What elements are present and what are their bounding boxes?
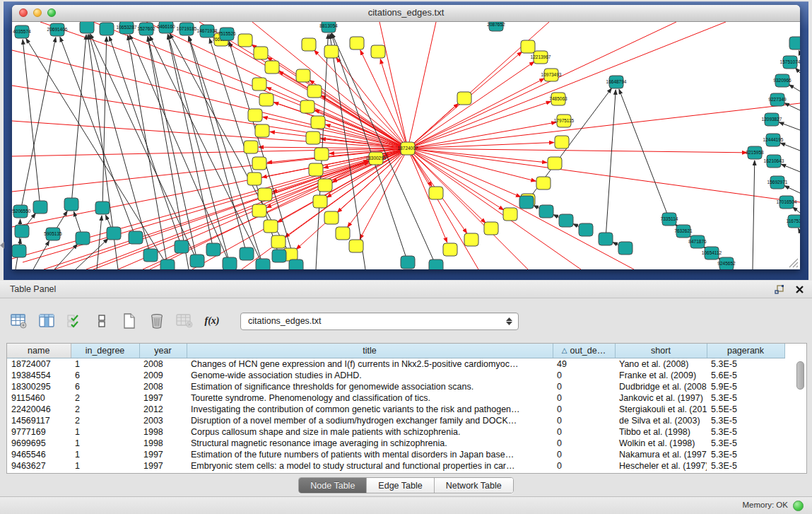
graph-node[interactable]: 12444195 xyxy=(763,134,784,146)
table-cell[interactable]: 5.3E-5 xyxy=(707,438,784,449)
table-cell[interactable]: 2008 xyxy=(139,381,187,392)
table-cell[interactable]: 18724007 xyxy=(7,358,71,370)
graph-node[interactable] xyxy=(324,45,339,58)
table-cell[interactable]: 5.3E-5 xyxy=(707,460,784,472)
graph-node[interactable]: 17016504 xyxy=(777,196,797,209)
graph-node[interactable] xyxy=(129,231,143,244)
graph-node[interactable] xyxy=(95,201,110,214)
table-cell[interactable]: 0 xyxy=(553,392,615,404)
graph-node[interactable] xyxy=(143,249,158,262)
graph-node[interactable]: 12093827 xyxy=(762,113,782,126)
table-row[interactable]: 946362711997Embryonic stem cells: a mode… xyxy=(7,460,784,472)
graph-node[interactable] xyxy=(306,132,320,144)
graph-node[interactable] xyxy=(15,225,29,238)
graph-node[interactable]: 20691406 xyxy=(47,23,68,36)
table-row[interactable]: 1938455462009Genome-wide association stu… xyxy=(7,370,784,381)
window-resize-grip[interactable] xyxy=(787,257,799,268)
graph-node[interactable] xyxy=(503,208,517,221)
table-cell[interactable]: Franke et al. (2009) xyxy=(615,370,707,381)
graph-node[interactable] xyxy=(311,116,325,129)
graph-node[interactable] xyxy=(618,242,632,255)
table-cell[interactable]: 0 xyxy=(553,438,615,449)
graph-node[interactable]: 8813054 xyxy=(319,22,338,33)
column-header-pagerank[interactable]: pagerank xyxy=(707,344,784,358)
table-cell[interactable]: Nakamura et al. (1997) xyxy=(615,449,707,460)
graph-node[interactable] xyxy=(350,37,364,49)
graph-node[interactable] xyxy=(429,259,443,269)
graph-node[interactable]: 8215958 xyxy=(746,146,764,159)
close-panel-icon[interactable] xyxy=(794,284,805,295)
graph-node[interactable] xyxy=(271,235,286,248)
graph-node[interactable]: 17975115 xyxy=(554,115,575,127)
graph-node[interactable] xyxy=(107,227,121,240)
table-cell[interactable]: 5.3E-5 xyxy=(707,415,784,426)
graph-node[interactable]: 10653287 xyxy=(117,22,137,34)
table-cell[interactable]: Hescheler et al. (1997) xyxy=(615,460,707,472)
table-cell[interactable]: 0 xyxy=(553,404,615,415)
graph-node[interactable] xyxy=(248,109,262,122)
graph-node[interactable] xyxy=(223,257,237,269)
table-cell[interactable]: 1997 xyxy=(139,392,187,404)
table-cell[interactable]: 2012 xyxy=(139,404,187,415)
new-table-icon[interactable] xyxy=(120,312,139,330)
graph-node[interactable] xyxy=(64,198,78,211)
table-cell[interactable]: Structural magnetic resonance image aver… xyxy=(187,438,553,449)
graph-node[interactable] xyxy=(244,141,258,153)
scrollbar-thumb[interactable] xyxy=(796,361,804,390)
graph-node[interactable]: 8471876 xyxy=(688,235,707,248)
table-cell[interactable]: Investigating the contribution of common… xyxy=(187,404,553,415)
delete-table-icon[interactable] xyxy=(175,312,194,330)
graph-node[interactable]: 9320966 xyxy=(773,74,792,87)
table-cell[interactable]: Stergiakouli et al. (2012) xyxy=(615,404,707,415)
graph-node[interactable] xyxy=(100,23,114,35)
table-cell[interactable]: de Silva et al. (2003) xyxy=(615,415,707,426)
function-builder-icon[interactable]: f(x) xyxy=(203,312,221,330)
table-cell[interactable]: 2 xyxy=(71,404,139,415)
graph-node[interactable]: 15751074 xyxy=(780,56,800,69)
graph-node[interactable]: 16210643 xyxy=(764,155,784,168)
table-row[interactable]: 1872400712008Changes of HCN gene express… xyxy=(7,358,784,370)
table-cell[interactable]: 5.3E-5 xyxy=(707,449,784,460)
graph-node[interactable] xyxy=(252,204,266,217)
graph-node[interactable]: 7485063 xyxy=(549,93,567,105)
table-cell[interactable]: Jankovic et al. (1997) xyxy=(615,392,707,404)
graph-node[interactable] xyxy=(160,259,175,269)
table-cell[interactable]: 0 xyxy=(553,449,615,460)
graph-node[interactable] xyxy=(464,233,478,246)
graph-node[interactable] xyxy=(457,92,471,105)
table-vertical-scrollbar[interactable] xyxy=(796,360,804,470)
table-cell[interactable]: Estimation of significance thresholds fo… xyxy=(187,381,553,392)
tab-node-table[interactable]: Node Table xyxy=(299,478,367,493)
graph-node[interactable] xyxy=(555,136,569,148)
graph-node[interactable]: 7632621 xyxy=(674,225,693,238)
select-rows-icon[interactable] xyxy=(65,312,83,330)
table-cell[interactable]: 9777169 xyxy=(7,426,71,438)
graph-node[interactable] xyxy=(519,196,534,209)
table-cell[interactable]: 0 xyxy=(553,426,615,438)
window-titlebar[interactable]: citations_edges.txt xyxy=(12,5,800,22)
graph-node[interactable]: 9245652 xyxy=(717,257,736,269)
graph-node[interactable]: 6466160 xyxy=(157,22,175,33)
table-cell[interactable]: 1 xyxy=(71,358,139,370)
table-row[interactable]: 1456911722003Disruption of a novel membe… xyxy=(7,415,784,426)
graph-node[interactable] xyxy=(559,214,573,227)
column-visibility-icon[interactable] xyxy=(37,312,56,330)
table-cell[interactable]: 2008 xyxy=(139,358,187,370)
table-cell[interactable]: Dudbridge et al. (2008) xyxy=(615,381,707,392)
graph-node[interactable] xyxy=(521,40,535,53)
column-header-short[interactable]: short xyxy=(615,344,707,358)
table-cell[interactable]: 2 xyxy=(71,415,139,426)
table-cell[interactable]: 0 xyxy=(553,370,615,381)
graph-node[interactable]: 7515526 xyxy=(218,28,236,40)
table-cell[interactable]: 49 xyxy=(553,358,615,370)
graph-node[interactable] xyxy=(255,124,269,137)
table-cell[interactable]: Disruption of a novel member of a sodium… xyxy=(187,415,553,426)
float-panel-icon[interactable] xyxy=(774,284,785,295)
graph-node[interactable] xyxy=(371,45,385,58)
table-cell[interactable]: 9699695 xyxy=(7,438,71,449)
table-cell[interactable]: 5.3E-5 xyxy=(707,358,784,370)
table-row[interactable]: 2242004622012Investigating the contribut… xyxy=(7,404,784,415)
graph-node[interactable] xyxy=(76,232,90,245)
table-cell[interactable]: Tibbo et al. (1998) xyxy=(615,426,707,438)
table-row[interactable]: 911546021997Tourette syndrome. Phenomeno… xyxy=(7,392,784,404)
